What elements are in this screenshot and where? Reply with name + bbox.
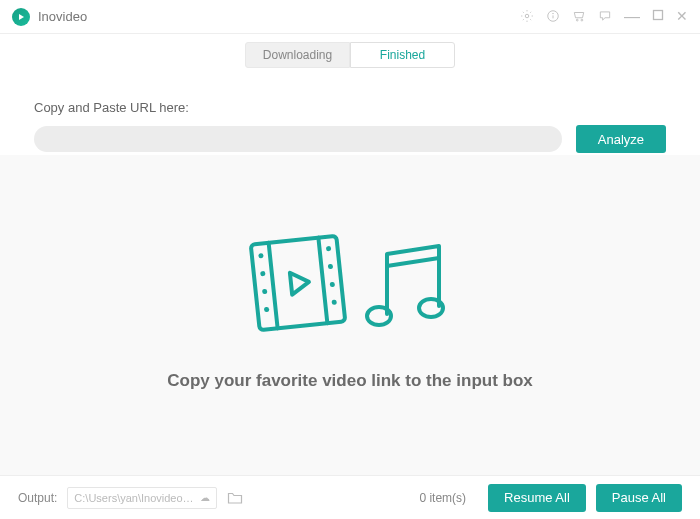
cart-icon[interactable] (572, 9, 586, 25)
svg-point-3 (553, 13, 554, 14)
placeholder-illustration (245, 230, 455, 343)
tab-downloading[interactable]: Downloading (245, 42, 350, 68)
svg-line-8 (269, 242, 278, 328)
info-icon[interactable] (546, 9, 560, 25)
item-count: 0 item(s) (419, 491, 466, 505)
analyze-button[interactable]: Analyze (576, 125, 666, 153)
svg-point-15 (328, 263, 333, 268)
svg-point-10 (258, 252, 263, 257)
svg-point-4 (576, 19, 578, 21)
minimize-icon[interactable]: — (624, 9, 640, 25)
cloud-icon: ☁ (200, 492, 210, 503)
svg-point-16 (330, 281, 335, 286)
app-logo-icon (12, 8, 30, 26)
main-content: Copy your favorite video link to the inp… (0, 155, 700, 475)
output-path: C:\Users\yan\Inovideo\D... (74, 492, 196, 504)
feedback-icon[interactable] (598, 9, 612, 25)
svg-point-13 (264, 306, 269, 311)
url-input[interactable] (34, 126, 562, 152)
footer: Output: C:\Users\yan\Inovideo\D... ☁ 0 i… (0, 475, 700, 519)
svg-point-19 (367, 307, 391, 325)
tab-finished[interactable]: Finished (350, 42, 455, 68)
svg-point-5 (581, 19, 583, 21)
svg-point-14 (326, 245, 331, 250)
maximize-icon[interactable] (652, 9, 664, 25)
svg-point-11 (260, 270, 265, 275)
svg-point-0 (525, 14, 529, 18)
tab-bar: Downloading Finished (0, 42, 700, 68)
scrollbar[interactable] (693, 72, 697, 471)
svg-line-21 (387, 258, 439, 266)
pause-all-button[interactable]: Pause All (596, 484, 682, 512)
settings-icon[interactable] (520, 9, 534, 25)
svg-point-12 (262, 288, 267, 293)
output-path-box[interactable]: C:\Users\yan\Inovideo\D... ☁ (67, 487, 217, 509)
svg-rect-6 (654, 10, 663, 19)
open-folder-icon[interactable] (227, 491, 243, 505)
output-label: Output: (18, 491, 57, 505)
svg-point-17 (331, 299, 336, 304)
resume-all-button[interactable]: Resume All (488, 484, 586, 512)
url-label: Copy and Paste URL here: (34, 100, 666, 115)
placeholder-hint: Copy your favorite video link to the inp… (167, 371, 533, 391)
window-controls: — ✕ (520, 9, 688, 25)
title-bar: Inovideo — ✕ (0, 0, 700, 34)
svg-line-9 (318, 237, 327, 323)
app-name: Inovideo (38, 9, 87, 24)
svg-marker-18 (290, 270, 310, 294)
close-icon[interactable]: ✕ (676, 9, 688, 25)
svg-point-20 (419, 299, 443, 317)
